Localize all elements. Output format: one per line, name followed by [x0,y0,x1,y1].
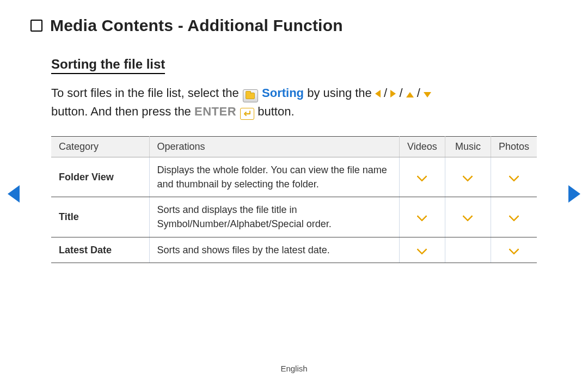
table-header-row: Category Operations Videos Music Photos [51,137,537,157]
separator: / [399,86,406,100]
intro-text: by using the [307,86,375,100]
check-icon [417,171,428,182]
table-row: Folder ViewDisplays the whole folder. Yo… [51,157,537,197]
left-arrow-icon [375,90,381,97]
support-cell [399,157,445,197]
bookmark-icon [30,20,42,32]
section-subheading: Sorting the file list [51,57,165,74]
operation-cell: Sorts and shows files by the latest date… [149,237,399,263]
enter-icon [240,108,254,120]
operation-cell: Displays the whole folder. You can view … [149,157,399,197]
support-cell [445,237,491,263]
table-row: Latest DateSorts and shows files by the … [51,237,537,263]
prev-page-arrow[interactable] [8,185,20,203]
support-cell [399,197,445,237]
enter-keyword: ENTER [194,105,236,118]
intro-paragraph: To sort files in the file list, select t… [51,84,537,121]
footer-language: English [0,364,588,373]
col-header-videos: Videos [399,137,445,157]
support-cell [491,157,537,197]
page-title: Media Contents - Additional Function [50,16,343,35]
support-cell [491,237,537,263]
category-cell: Title [51,197,149,237]
check-icon [463,211,474,222]
down-arrow-icon [424,92,431,97]
intro-text: To sort files in the file list, select t… [51,86,242,100]
col-header-category: Category [51,137,149,157]
check-icon [509,244,519,255]
category-cell: Folder View [51,157,149,197]
support-cell [445,197,491,237]
sorting-keyword: Sorting [262,86,304,100]
operation-cell: Sorts and displays the file title in Sym… [149,197,399,237]
support-cell [491,197,537,237]
check-icon [417,211,428,222]
sorting-table: Category Operations Videos Music Photos … [51,136,537,263]
intro-text: button. And then press the [51,105,194,118]
next-page-arrow[interactable] [568,185,580,203]
folder-icon [243,89,258,102]
right-arrow-icon [390,90,396,97]
support-cell [445,157,491,197]
page-body: Sorting the file list To sort files in t… [33,57,555,263]
check-icon [509,171,519,182]
support-cell [399,237,445,263]
col-header-operations: Operations [149,137,399,157]
up-arrow-icon [406,92,414,97]
col-header-music: Music [445,137,491,157]
separator: / [417,86,424,100]
title-line: Media Contents - Additional Function [30,16,555,35]
check-icon [509,211,519,222]
intro-text: button. [258,105,294,118]
manual-page: Media Contents - Additional Function Sor… [0,0,588,384]
col-header-photos: Photos [491,137,537,157]
category-cell: Latest Date [51,237,149,263]
separator: / [384,86,390,100]
check-icon [463,171,474,182]
table-row: TitleSorts and displays the file title i… [51,197,537,237]
check-icon [417,244,428,255]
